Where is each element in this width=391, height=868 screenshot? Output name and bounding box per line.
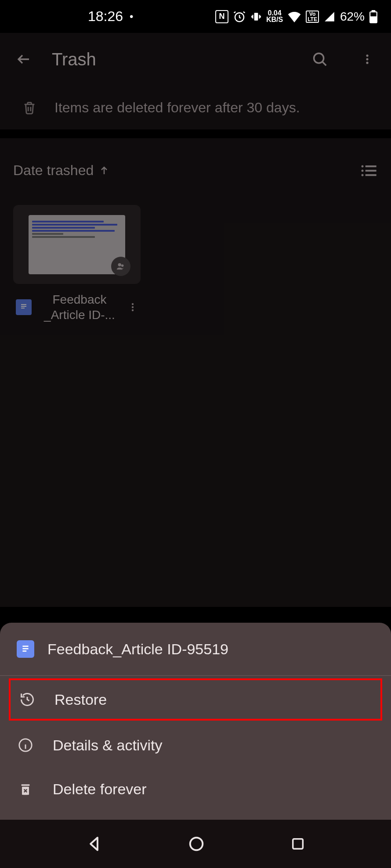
info-icon — [17, 736, 34, 754]
battery-percent: 62% — [340, 10, 365, 24]
app-background-dimmed: Trash Items are deleted forever after 30… — [0, 33, 391, 607]
svg-point-7 — [366, 54, 368, 57]
docs-icon — [17, 640, 34, 658]
details-label: Details & activity — [53, 737, 162, 754]
svg-point-19 — [132, 306, 134, 308]
svg-rect-21 — [22, 646, 28, 647]
svg-rect-15 — [21, 304, 26, 305]
trash-info-banner: Items are deleted forever after 30 days. — [0, 86, 391, 129]
file-name: Feedback _Article ID-... — [39, 292, 120, 323]
file-grid: Feedback _Article ID-... — [0, 192, 391, 344]
restore-button[interactable]: Restore — [9, 678, 382, 721]
battery-icon — [369, 10, 378, 23]
svg-rect-22 — [22, 648, 28, 649]
details-activity-button[interactable]: Details & activity — [0, 723, 391, 767]
app-header: Trash — [0, 33, 391, 86]
back-arrow-icon[interactable] — [13, 49, 34, 70]
svg-point-10 — [362, 165, 364, 167]
nav-home-icon[interactable] — [188, 836, 205, 852]
sort-row: Date trashed — [0, 138, 391, 192]
status-separator: • — [130, 11, 133, 23]
view-list-icon[interactable] — [360, 164, 378, 177]
bottom-sheet: Feedback_Article ID-95519 Restore Detail… — [0, 623, 391, 820]
svg-rect-26 — [22, 784, 30, 786]
svg-point-13 — [118, 263, 121, 266]
status-bar: 18:26 • N 0.04KB/S VoLTE 62% — [0, 0, 391, 33]
svg-rect-3 — [372, 10, 376, 12]
svg-rect-16 — [21, 306, 26, 307]
shared-icon — [111, 257, 130, 276]
svg-point-18 — [132, 303, 134, 305]
signal-icon — [323, 11, 336, 22]
search-icon[interactable] — [309, 49, 330, 70]
volte-icon: VoLTE — [306, 11, 319, 23]
page-title: Trash — [52, 50, 292, 69]
restore-label: Restore — [54, 691, 107, 708]
nfc-icon: N — [215, 10, 228, 23]
status-time: 18:26 — [88, 8, 123, 25]
svg-point-27 — [190, 838, 203, 850]
android-nav-bar — [0, 820, 391, 868]
svg-point-14 — [121, 264, 124, 267]
svg-rect-28 — [293, 839, 303, 849]
svg-point-11 — [362, 169, 364, 172]
file-more-icon[interactable] — [127, 300, 138, 314]
docs-icon — [16, 299, 32, 315]
sort-label: Date trashed — [13, 162, 94, 179]
svg-rect-17 — [21, 308, 25, 308]
svg-rect-1 — [254, 13, 258, 20]
file-thumbnail — [13, 205, 141, 284]
svg-rect-23 — [22, 650, 26, 652]
vibrate-icon — [250, 10, 262, 23]
sheet-title: Feedback_Article ID-95519 — [47, 641, 228, 658]
restore-icon — [18, 691, 36, 708]
sheet-header: Feedback_Article ID-95519 — [0, 623, 391, 676]
wifi-icon — [287, 11, 301, 22]
delete-label: Delete forever — [53, 781, 147, 798]
data-rate: 0.04KB/S — [266, 10, 283, 23]
nav-recent-icon[interactable] — [290, 836, 305, 851]
svg-point-20 — [132, 309, 134, 311]
sort-button[interactable]: Date trashed — [13, 162, 109, 179]
file-card[interactable]: Feedback _Article ID-... — [13, 205, 141, 330]
nav-back-icon[interactable] — [86, 836, 102, 852]
delete-forever-button[interactable]: Delete forever — [0, 767, 391, 811]
more-icon[interactable] — [357, 49, 378, 70]
svg-rect-5 — [370, 12, 377, 16]
trash-icon — [22, 99, 37, 116]
banner-text: Items are deleted forever after 30 days. — [54, 100, 300, 116]
svg-point-6 — [314, 54, 324, 63]
svg-point-9 — [366, 62, 368, 64]
arrow-up-icon — [99, 165, 109, 176]
alarm-icon — [233, 10, 246, 23]
delete-forever-icon — [17, 780, 34, 798]
svg-point-12 — [362, 174, 364, 176]
svg-point-8 — [366, 58, 368, 60]
